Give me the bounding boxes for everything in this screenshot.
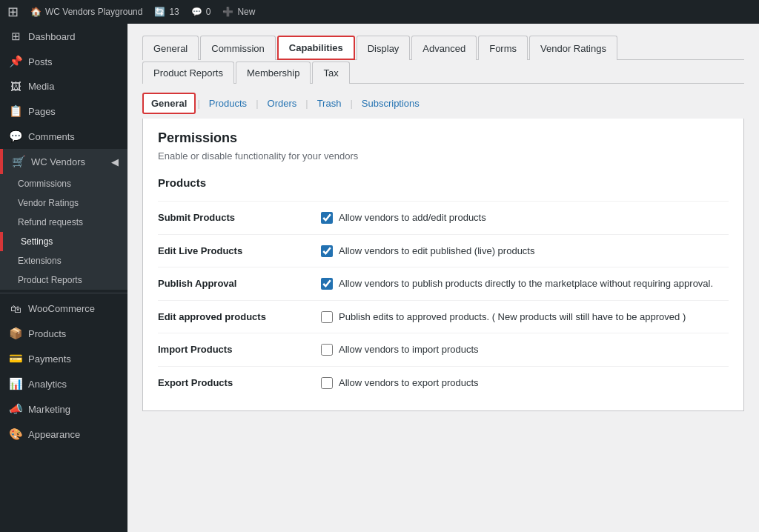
perm-row-import-products: Import Products Allow vendors to import … bbox=[158, 333, 729, 366]
appearance-icon: 🎨 bbox=[9, 428, 22, 441]
sep-4: | bbox=[348, 98, 354, 109]
comments-icon[interactable]: 💬 0 bbox=[191, 7, 211, 17]
permissions-content: Permissions Enable or disable functional… bbox=[142, 119, 744, 411]
perm-label-publish-approval: Publish Approval bbox=[158, 276, 306, 289]
perm-control-import-products: Allow vendors to import products bbox=[321, 342, 729, 357]
sidebar-item-refund-requests[interactable]: Refund requests bbox=[0, 213, 127, 232]
checkbox-export-products[interactable] bbox=[321, 377, 333, 389]
subtabs-row: General | Products | Orders | Trash | Su… bbox=[142, 93, 744, 114]
perm-row-edit-approved-products: Edit approved products Publish edits to … bbox=[158, 300, 729, 333]
perm-row-export-products: Export Products Allow vendors to export … bbox=[158, 366, 729, 399]
tab-general[interactable]: General bbox=[142, 36, 199, 60]
analytics-icon: 📊 bbox=[9, 377, 22, 390]
sidebar-item-media[interactable]: 🖼 Media bbox=[0, 74, 127, 99]
wp-logo-icon[interactable]: ⊞ bbox=[7, 4, 19, 20]
subtab-general[interactable]: General bbox=[142, 93, 196, 114]
tab-display[interactable]: Display bbox=[357, 36, 411, 60]
perm-label-edit-approved-products: Edit approved products bbox=[158, 310, 306, 322]
checkbox-import-products[interactable] bbox=[321, 344, 333, 356]
admin-bar: ⊞ 🏠 WC Vendors Playground 🔄 13 💬 0 ➕ New bbox=[0, 0, 759, 24]
sidebar-item-marketing[interactable]: 📣 Marketing bbox=[0, 396, 127, 422]
section-desc: Enable or disable functionality for your… bbox=[158, 150, 729, 162]
sep-2: | bbox=[254, 98, 259, 109]
sidebar-item-pages[interactable]: 📋 Pages bbox=[0, 99, 127, 124]
perm-control-submit-products: Allow vendors to add/edit products bbox=[321, 210, 729, 225]
subsection-title: Products bbox=[158, 176, 729, 189]
perm-row-edit-live-products: Edit Live Products Allow vendors to edit… bbox=[158, 234, 729, 267]
tabs-row-1: General Commission Capabilities Display … bbox=[142, 36, 744, 60]
dashboard-icon: ⊞ bbox=[9, 30, 22, 43]
sidebar: ⊞ Dashboard 📌 Posts 🖼 Media 📋 Pages 💬 Co… bbox=[0, 24, 127, 532]
sidebar-item-wc-vendors[interactable]: 🛒 WC Vendors ◀ bbox=[0, 149, 127, 174]
perm-control-export-products: Allow vendors to export products bbox=[321, 376, 729, 390]
new-button[interactable]: ➕ New bbox=[222, 7, 255, 17]
perm-label-edit-live-products: Edit Live Products bbox=[158, 244, 306, 256]
perm-text-edit-live-products: Allow vendors to edit published (live) p… bbox=[339, 244, 534, 259]
sidebar-item-analytics[interactable]: 📊 Analytics bbox=[0, 371, 127, 396]
site-name[interactable]: 🏠 WC Vendors Playground bbox=[30, 7, 142, 17]
perm-control-edit-live-products: Allow vendors to edit published (live) p… bbox=[321, 244, 729, 259]
marketing-icon: 📣 bbox=[9, 402, 22, 416]
sidebar-item-dashboard[interactable]: ⊞ Dashboard bbox=[0, 24, 127, 49]
sidebar-item-product-reports-sub[interactable]: Product Reports bbox=[0, 270, 127, 290]
tab-membership[interactable]: Membership bbox=[236, 61, 311, 84]
sidebar-item-vendor-ratings[interactable]: Vendor Ratings bbox=[0, 193, 127, 213]
posts-icon: 📌 bbox=[9, 55, 22, 68]
sidebar-item-posts[interactable]: 📌 Posts bbox=[0, 49, 127, 74]
chevron-icon: ◀ bbox=[111, 156, 119, 167]
sidebar-item-payments[interactable]: 💳 Payments bbox=[0, 346, 127, 371]
section-title: Permissions bbox=[158, 130, 729, 146]
subtab-orders[interactable]: Orders bbox=[260, 94, 305, 113]
perm-label-submit-products: Submit Products bbox=[158, 210, 306, 223]
main-content: General Commission Capabilities Display … bbox=[127, 24, 759, 532]
sidebar-item-woocommerce[interactable]: 🛍 WooCommerce bbox=[0, 296, 127, 321]
updates-icon[interactable]: 🔄 13 bbox=[154, 7, 179, 17]
tab-forms[interactable]: Forms bbox=[478, 36, 528, 60]
sep-1: | bbox=[196, 98, 201, 109]
perm-text-edit-approved-products: Publish edits to approved products. ( Ne… bbox=[339, 310, 686, 325]
tab-commission[interactable]: Commission bbox=[200, 36, 276, 60]
tab-tax[interactable]: Tax bbox=[312, 61, 349, 84]
perm-text-publish-approval: Allow vendors to publish products direct… bbox=[339, 276, 713, 291]
perm-row-submit-products: Submit Products Allow vendors to add/edi… bbox=[158, 201, 729, 234]
sidebar-item-appearance[interactable]: 🎨 Appearance bbox=[0, 422, 127, 447]
perm-control-publish-approval: Allow vendors to publish products direct… bbox=[321, 276, 729, 291]
sidebar-item-settings[interactable]: Settings bbox=[0, 232, 127, 251]
perm-row-publish-approval: Publish Approval Allow vendors to publis… bbox=[158, 267, 729, 300]
subtab-trash[interactable]: Trash bbox=[310, 94, 349, 113]
perm-label-import-products: Import Products bbox=[158, 342, 306, 355]
tab-product-reports[interactable]: Product Reports bbox=[142, 61, 234, 84]
checkbox-publish-approval[interactable] bbox=[321, 278, 333, 290]
wc-vendors-submenu: Commissions Vendor Ratings Refund reques… bbox=[0, 174, 127, 290]
sidebar-item-comments[interactable]: 💬 Comments bbox=[0, 124, 127, 149]
tab-vendor-ratings[interactable]: Vendor Ratings bbox=[529, 36, 617, 60]
wc-vendors-icon: 🛒 bbox=[12, 155, 25, 168]
perm-label-export-products: Export Products bbox=[158, 376, 306, 388]
tab-advanced[interactable]: Advanced bbox=[411, 36, 477, 60]
perm-control-edit-approved-products: Publish edits to approved products. ( Ne… bbox=[321, 310, 729, 325]
checkbox-submit-products[interactable] bbox=[321, 212, 333, 224]
subtab-subscriptions[interactable]: Subscriptions bbox=[354, 94, 427, 113]
perm-text-import-products: Allow vendors to import products bbox=[339, 342, 479, 357]
checkbox-edit-approved-products[interactable] bbox=[321, 311, 333, 323]
payments-icon: 💳 bbox=[9, 352, 22, 365]
perm-text-submit-products: Allow vendors to add/edit products bbox=[339, 210, 486, 225]
products-icon: 📦 bbox=[9, 327, 22, 340]
sep-3: | bbox=[304, 98, 309, 109]
woocommerce-icon: 🛍 bbox=[9, 302, 22, 315]
sidebar-item-commissions[interactable]: Commissions bbox=[0, 174, 127, 193]
perm-text-export-products: Allow vendors to export products bbox=[339, 376, 479, 390]
media-icon: 🖼 bbox=[9, 80, 22, 93]
tab-capabilities[interactable]: Capabilities bbox=[277, 36, 355, 60]
subtab-products[interactable]: Products bbox=[202, 94, 254, 113]
checkbox-edit-live-products[interactable] bbox=[321, 245, 333, 257]
sidebar-item-extensions[interactable]: Extensions bbox=[0, 251, 127, 270]
tabs-row-2: Product Reports Membership Tax bbox=[142, 61, 744, 84]
comments-icon: 💬 bbox=[9, 130, 22, 143]
sidebar-item-products[interactable]: 📦 Products bbox=[0, 321, 127, 346]
pages-icon: 📋 bbox=[9, 104, 22, 118]
